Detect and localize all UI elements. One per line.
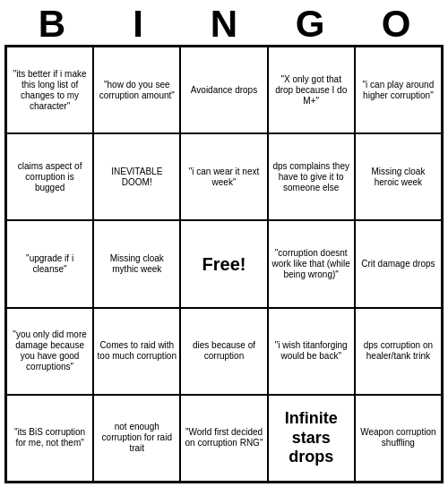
cell-1-0: claims aspect of corruption is bugged <box>6 133 93 220</box>
cell-2-0: "upgrade if i cleanse" <box>6 220 93 307</box>
bingo-grid: "its better if i make this long list of … <box>4 45 444 483</box>
cell-3-0: "you only did more damage because you ha… <box>6 308 93 395</box>
cell-4-4: Weapon corruption shuffling <box>355 395 442 482</box>
cell-1-1: INEVITABLE DOOM! <box>93 133 180 220</box>
cell-3-2: dies because of corruption <box>180 308 267 395</box>
cell-4-3: Infinite stars drops <box>268 395 355 482</box>
cell-3-4: dps corruption on healer/tank trink <box>355 308 442 395</box>
letter-b: B <box>9 5 95 43</box>
cell-1-3: dps complains they have to give it to so… <box>268 133 355 220</box>
letter-i: I <box>95 5 181 43</box>
cell-4-2: "World first decided on corruption RNG" <box>180 395 267 482</box>
cell-2-4: Crit damage drops <box>355 220 442 307</box>
cell-0-4: "i can play around higher corruption" <box>355 47 442 133</box>
bingo-title: B I N G O <box>0 0 448 45</box>
cell-0-0: "its better if i make this long list of … <box>6 47 93 133</box>
letter-g: G <box>267 5 353 43</box>
cell-3-1: Comes to raid with too much corruption <box>93 308 180 395</box>
cell-2-2-free: Free! <box>180 220 267 307</box>
cell-2-1: Missing cloak mythic week <box>93 220 180 307</box>
cell-3-3: "i wish titanforging would be back" <box>268 308 355 395</box>
cell-1-2: "i can wear it next week" <box>180 133 267 220</box>
cell-4-0: "its BiS corruption for me, not them" <box>6 395 93 482</box>
cell-1-4: Missing cloak heroic week <box>355 133 442 220</box>
cell-2-3: "corruption doesnt work like that (while… <box>268 220 355 307</box>
cell-0-2: Avoidance drops <box>180 47 267 133</box>
cell-0-3: "X only got that drop because I do M+" <box>268 47 355 133</box>
letter-o: O <box>353 5 439 43</box>
cell-4-1: not enough corruption for raid trait <box>93 395 180 482</box>
letter-n: N <box>181 5 267 43</box>
cell-0-1: "how do you see corruption amount" <box>93 47 180 133</box>
